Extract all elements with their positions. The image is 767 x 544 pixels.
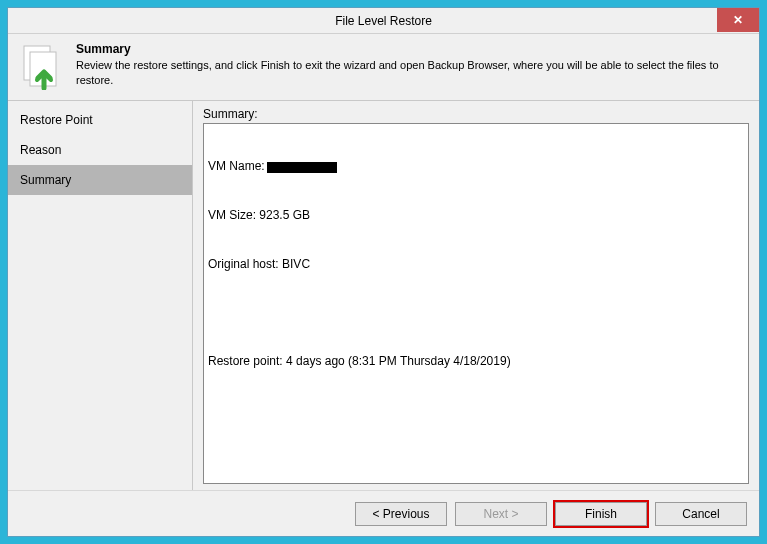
finish-button[interactable]: Finish (555, 502, 647, 526)
wizard-header: Summary Review the restore settings, and… (8, 34, 759, 100)
next-button[interactable]: Next > (455, 502, 547, 526)
close-button[interactable]: ✕ (717, 8, 759, 32)
header-description: Review the restore settings, and click F… (76, 58, 749, 88)
summary-icon (18, 42, 66, 90)
sidebar-item-restore-point[interactable]: Restore Point (8, 105, 192, 135)
summary-vm-size: VM Size: 923.5 GB (208, 207, 744, 223)
header-text: Summary Review the restore settings, and… (76, 42, 749, 88)
header-title: Summary (76, 42, 749, 56)
sidebar-item-summary[interactable]: Summary (8, 165, 192, 195)
sidebar-item-reason[interactable]: Reason (8, 135, 192, 165)
summary-restore-point: Restore point: 4 days ago (8:31 PM Thurs… (208, 353, 744, 369)
summary-original-host: Original host: BIVC (208, 256, 744, 272)
window-title: File Level Restore (335, 14, 432, 28)
wizard-main: Summary: VM Name: VM Size: 923.5 GB Orig… (193, 101, 759, 490)
previous-button[interactable]: < Previous (355, 502, 447, 526)
wizard-window: File Level Restore ✕ Summary Review the … (7, 7, 760, 537)
wizard-body: Restore Point Reason Summary Summary: VM… (8, 100, 759, 490)
redacted-vm-name (267, 162, 337, 173)
titlebar: File Level Restore ✕ (8, 8, 759, 34)
summary-label: Summary: (203, 107, 749, 121)
wizard-footer: < Previous Next > Finish Cancel (8, 490, 759, 536)
summary-textbox[interactable]: VM Name: VM Size: 923.5 GB Original host… (203, 123, 749, 484)
close-icon: ✕ (733, 13, 743, 27)
summary-vm-name: VM Name: (208, 158, 744, 174)
wizard-steps-sidebar: Restore Point Reason Summary (8, 101, 193, 490)
cancel-button[interactable]: Cancel (655, 502, 747, 526)
